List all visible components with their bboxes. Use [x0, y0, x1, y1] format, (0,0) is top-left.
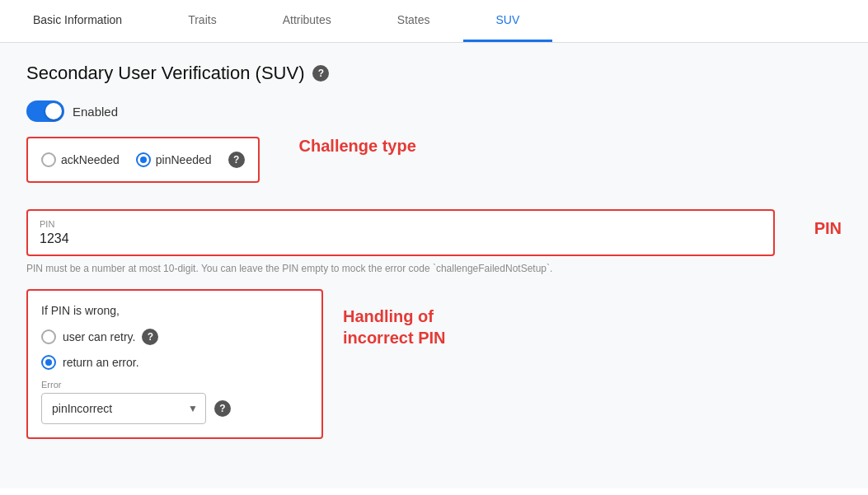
return-error-radio-label: return an error. [63, 356, 139, 369]
radio-pinneeded-circle [136, 152, 151, 167]
tab-states[interactable]: States [364, 0, 463, 42]
retry-radio-label: user can retry. [63, 330, 135, 343]
pin-label: PIN [40, 219, 69, 230]
tab-suv[interactable]: SUV [463, 0, 553, 42]
error-dropdown-wrapper: pinIncorrect pinLocked challengeFailed ▼ [41, 393, 206, 424]
enabled-label: Enabled [73, 105, 118, 119]
challenge-type-help-icon[interactable]: ? [228, 152, 245, 168]
main-content: Secondary User Verification (SUV) ? Enab… [0, 43, 868, 488]
error-dropdown-label: Error [41, 380, 308, 390]
error-dropdown-help-icon[interactable]: ? [214, 400, 231, 417]
radio-pinneeded[interactable]: pinNeeded [136, 152, 212, 167]
tab-traits[interactable]: Traits [155, 0, 249, 42]
radio-ackneeded-label: ackNeeded [61, 153, 120, 166]
pin-input-inner: PIN 1234 [40, 219, 69, 246]
incorrect-pin-title: If PIN is wrong, [41, 304, 308, 317]
challenge-type-annotation: Challenge type [299, 137, 416, 156]
radio-pinneeded-label: pinNeeded [156, 153, 212, 166]
tab-basic-information[interactable]: Basic Information [0, 0, 155, 42]
tab-attributes[interactable]: Attributes [250, 0, 364, 42]
return-error-radio-row[interactable]: return an error. [41, 355, 308, 370]
page-title: Secondary User Verification (SUV) [26, 63, 304, 84]
error-dropdown-row: pinIncorrect pinLocked challengeFailed ▼… [41, 393, 308, 424]
radio-ackneeded[interactable]: ackNeeded [41, 152, 120, 167]
challenge-type-radio-group: ackNeeded pinNeeded ? [41, 152, 245, 168]
return-error-radio-circle [41, 355, 56, 370]
pin-annotation: PIN [814, 209, 842, 238]
pin-hint: PIN must be a number at most 10-digit. Y… [26, 261, 775, 276]
page-title-row: Secondary User Verification (SUV) ? [26, 63, 842, 84]
pin-section-row: PIN 1234 PIN must be a number at most 10… [26, 209, 842, 289]
enabled-toggle-row: Enabled [26, 100, 842, 122]
error-dropdown-group: Error pinIncorrect pinLocked challengeFa… [41, 380, 308, 424]
incorrect-pin-annotation-wrapper: Handling ofincorrect PIN [343, 289, 445, 348]
pin-input-container[interactable]: PIN 1234 [26, 209, 775, 256]
enabled-toggle[interactable] [26, 100, 64, 122]
pin-section-wrapper: PIN 1234 PIN must be a number at most 10… [26, 209, 775, 289]
retry-radio-circle [41, 329, 56, 344]
retry-help-icon[interactable]: ? [142, 329, 158, 345]
incorrect-pin-annotation: Handling ofincorrect PIN [343, 306, 445, 348]
challenge-type-box: ackNeeded pinNeeded ? [26, 137, 260, 183]
radio-ackneeded-circle [41, 152, 56, 167]
title-help-icon[interactable]: ? [312, 65, 329, 82]
error-dropdown-select[interactable]: pinIncorrect pinLocked challengeFailed [41, 393, 206, 424]
incorrect-pin-box: If PIN is wrong, user can retry. ? retur… [26, 289, 323, 439]
challenge-type-row: ackNeeded pinNeeded ? Challenge type [26, 137, 842, 196]
incorrect-pin-row: If PIN is wrong, user can retry. ? retur… [26, 289, 842, 439]
tab-bar: Basic Information Traits Attributes Stat… [0, 0, 868, 43]
retry-radio-row[interactable]: user can retry. ? [41, 329, 308, 345]
pin-value[interactable]: 1234 [40, 231, 69, 246]
